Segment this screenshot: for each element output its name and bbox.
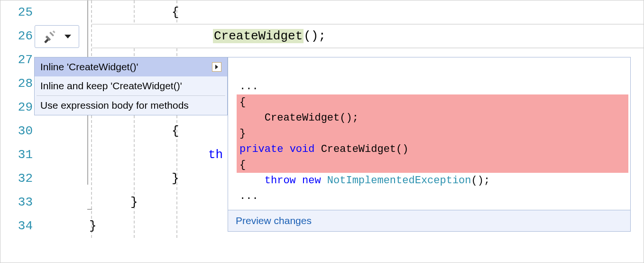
line-number: 30 xyxy=(0,119,33,143)
preview-line: ... xyxy=(239,188,619,204)
quick-actions-menu: Inline 'CreateWidget()' Inline and keep … xyxy=(34,57,228,115)
preview-line: throw new NotImplementedException(); xyxy=(239,173,619,188)
submenu-indicator xyxy=(212,62,221,72)
menu-item-label: Inline 'CreateWidget()' xyxy=(40,61,138,73)
preview-code: ...{ CreateWidget();}private void Create… xyxy=(228,57,630,210)
code-token: { xyxy=(172,119,179,143)
chevron-right-icon xyxy=(215,65,218,69)
screwdriver-icon xyxy=(43,30,56,43)
line-number: 32 xyxy=(0,167,33,190)
code-token: } xyxy=(172,167,179,190)
line-number: 26 xyxy=(0,24,33,48)
menu-item-label: Use expression body for methods xyxy=(40,100,189,111)
svg-rect-2 xyxy=(49,32,54,37)
line-number: 33 xyxy=(0,190,33,214)
preview-line: ... xyxy=(239,79,619,94)
diff-preview-panel: ...{ CreateWidget();}private void Create… xyxy=(228,57,631,232)
preview-line-removed: } xyxy=(237,126,628,141)
line-number: 25 xyxy=(0,0,33,24)
preview-line-removed: { xyxy=(237,94,628,110)
code-token: th xyxy=(208,143,223,167)
line-number: 28 xyxy=(0,72,33,95)
line-number: 29 xyxy=(0,95,33,119)
line-number-gutter: 25 26 27 28 29 30 31 32 33 34 xyxy=(0,0,37,263)
preview-line-removed: CreateWidget(); xyxy=(237,110,628,126)
menu-item-expression-body[interactable]: Use expression body for methods xyxy=(35,96,227,115)
menu-item-inline-keep[interactable]: Inline and keep 'CreateWidget()' xyxy=(35,76,227,95)
menu-item-label: Inline and keep 'CreateWidget()' xyxy=(40,80,182,92)
code-token: } xyxy=(89,214,97,238)
code-token: } xyxy=(130,190,138,214)
quick-actions-button[interactable] xyxy=(35,25,79,48)
svg-marker-3 xyxy=(52,30,55,33)
line-number: 34 xyxy=(0,214,33,238)
chevron-down-icon xyxy=(64,35,71,38)
line-number: 27 xyxy=(0,48,33,72)
code-editor[interactable]: 25 26 27 28 29 30 31 32 33 34 { CreateWi… xyxy=(0,0,644,263)
preview-line-removed: private void CreateWidget() xyxy=(237,141,628,157)
line-number: 31 xyxy=(0,143,33,167)
preview-changes-link[interactable]: Preview changes xyxy=(228,210,630,231)
code-token: { xyxy=(172,0,179,24)
menu-item-inline[interactable]: Inline 'CreateWidget()' xyxy=(35,57,227,76)
code-token: CreateWidget(); xyxy=(213,24,326,48)
preview-line-removed: { xyxy=(237,157,628,173)
